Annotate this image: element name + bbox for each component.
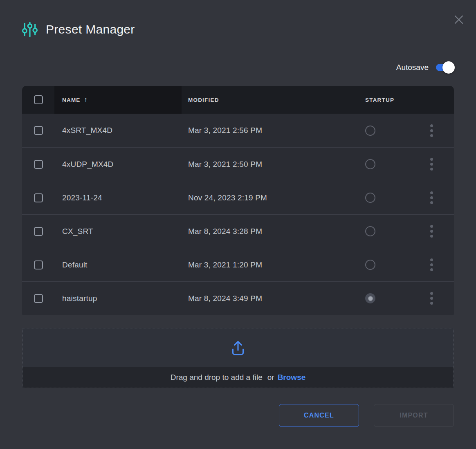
preset-modified: Mar 3, 2021 2:56 PM <box>188 126 262 135</box>
table-row: 4xSRT_MX4D Mar 3, 2021 2:56 PM <box>22 114 454 147</box>
startup-radio[interactable] <box>365 193 375 203</box>
kebab-menu-icon[interactable] <box>428 189 436 207</box>
table-row: 2023-11-24 Nov 24, 2023 2:19 PM <box>22 181 454 214</box>
cancel-button[interactable]: CANCEL <box>279 404 359 427</box>
table-row: Default Mar 3, 2021 1:20 PM <box>22 248 454 281</box>
preset-name: 2023-11-24 <box>62 193 102 202</box>
dropzone-upload-area <box>22 328 454 367</box>
sliders-icon <box>22 22 38 37</box>
import-button[interactable]: IMPORT <box>374 404 454 427</box>
table-header: NAME ↑ MODIFIED STARTUP <box>22 86 454 114</box>
autosave-toggle[interactable] <box>436 64 454 71</box>
preset-modified: Nov 24, 2023 2:19 PM <box>188 193 267 202</box>
column-header-startup: STARTUP <box>360 86 413 114</box>
preset-name: Default <box>62 260 88 269</box>
kebab-menu-icon[interactable] <box>428 122 436 139</box>
startup-radio[interactable] <box>365 293 375 303</box>
preset-modified: Mar 8, 2024 3:49 PM <box>188 294 262 303</box>
column-header-name[interactable]: NAME ↑ <box>54 86 182 114</box>
autosave-label: Autosave <box>396 63 429 72</box>
select-all-checkbox[interactable] <box>34 95 43 104</box>
kebab-menu-icon[interactable] <box>428 290 436 307</box>
browse-link[interactable]: Browse <box>278 373 306 382</box>
preset-modified: Mar 3, 2021 1:20 PM <box>188 260 262 269</box>
startup-radio[interactable] <box>365 159 375 169</box>
row-checkbox[interactable] <box>34 227 43 236</box>
row-checkbox[interactable] <box>34 294 43 303</box>
autosave-control: Autosave <box>396 61 454 74</box>
kebab-menu-icon[interactable] <box>428 155 436 173</box>
toggle-knob <box>442 61 455 74</box>
preset-name: CX_SRT <box>62 227 93 236</box>
startup-radio[interactable] <box>365 260 375 270</box>
row-checkbox[interactable] <box>34 193 43 202</box>
dropzone-or: or <box>267 373 274 382</box>
kebab-menu-icon[interactable] <box>428 222 436 240</box>
preset-modified: Mar 3, 2021 2:50 PM <box>188 160 262 169</box>
table-row: haistartup Mar 8, 2024 3:49 PM <box>22 281 454 315</box>
file-dropzone[interactable]: Drag and drop to add a file or Browse <box>22 328 454 388</box>
startup-radio[interactable] <box>365 126 375 136</box>
preset-modified: Mar 8, 2024 3:28 PM <box>188 227 262 236</box>
dialog-title: Preset Manager <box>46 22 135 36</box>
startup-radio[interactable] <box>365 226 375 236</box>
dropzone-caption: Drag and drop to add a file or Browse <box>22 367 454 388</box>
close-button[interactable] <box>451 12 466 27</box>
dialog-header: Preset Manager <box>22 22 135 37</box>
row-checkbox[interactable] <box>34 126 43 135</box>
table-row: 4xUDP_MX4D Mar 3, 2021 2:50 PM <box>22 147 454 181</box>
row-checkbox[interactable] <box>34 160 43 169</box>
close-icon <box>453 13 465 26</box>
column-header-modified[interactable]: MODIFIED <box>182 86 360 114</box>
sort-ascending-icon: ↑ <box>84 96 88 103</box>
preset-table: NAME ↑ MODIFIED STARTUP 4xSRT_MX4D Mar 3… <box>22 86 454 315</box>
kebab-menu-icon[interactable] <box>428 256 436 274</box>
preset-name: 4xSRT_MX4D <box>62 126 112 135</box>
preset-name: 4xUDP_MX4D <box>62 160 114 169</box>
upload-icon <box>229 339 247 357</box>
table-row: CX_SRT Mar 8, 2024 3:28 PM <box>22 214 454 248</box>
footer-actions: CANCEL IMPORT <box>279 404 454 427</box>
preset-name: haistartup <box>62 294 97 303</box>
dropzone-message: Drag and drop to add a file <box>171 373 263 382</box>
row-checkbox[interactable] <box>34 260 43 269</box>
